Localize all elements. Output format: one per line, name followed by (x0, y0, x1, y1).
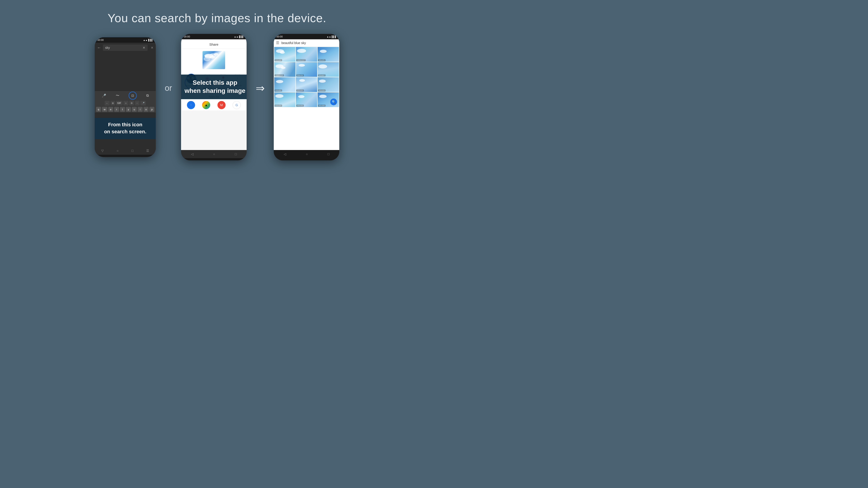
drive-icon[interactable]: ▲ (202, 101, 210, 109)
result-thumb-12[interactable]: 601x300 🔍 (318, 92, 339, 107)
share-preview-image (203, 51, 225, 69)
keyboard: ← ⊞ GIF ☺ ⚙ ··· 🎤 q w e r t y u (95, 100, 156, 112)
nav-square-icon[interactable]: □ (131, 149, 133, 153)
search-bar-area: ← sky ✕ ✕ (95, 43, 156, 53)
result-thumb-10[interactable]: 800x534 (274, 92, 296, 107)
result-thumb-1[interactable]: 612x408 (274, 47, 296, 62)
search-fab-button[interactable]: 🔍 (330, 98, 337, 105)
search-query-text: sky (105, 46, 110, 50)
search-empty-area (95, 53, 156, 91)
kb-key-p[interactable]: p (149, 107, 154, 112)
share-apps-list-row: ᛫ ▲ M G (182, 100, 246, 110)
kb-key-i[interactable]: i (138, 107, 143, 112)
keyboard-toolbar: 🎤 〜 ⊡ ⧉ (95, 91, 156, 100)
result-size-2: 2000x1217 (296, 59, 306, 61)
trending-icon[interactable]: 〜 (116, 93, 119, 98)
results-grid: 612x408 2000x1217 800x451 1500x1125 (274, 46, 339, 107)
mic-icon[interactable]: 🎤 (102, 94, 106, 98)
kb-key-q[interactable]: q (96, 107, 101, 112)
kb-key-e[interactable]: e (108, 107, 113, 112)
kb-row-qwerty: q w e r t y u i o p (95, 106, 156, 112)
nav3-home-icon[interactable]: ○ (306, 152, 308, 156)
kb-key-o[interactable]: o (144, 107, 149, 112)
result-size-3: 800x451 (318, 59, 326, 61)
phone1-status-bar: 00:00 ▲▲ ▌▌▌ (95, 37, 156, 43)
phone1-signal: ▲▲ ▌▌▌ (143, 39, 153, 41)
kb-emoji-icon[interactable]: ☺ (123, 101, 128, 105)
phone2-status-bar: 00:00 ▲▲ ▌▌▌ (181, 34, 247, 39)
nav2-back-icon[interactable]: ◁ (191, 152, 193, 156)
phone3-status-bar: 00:00 ▲▲ ▌▌▌ (274, 34, 339, 39)
nav-home-icon[interactable]: ○ (117, 149, 119, 153)
phone2-caption: Select this app when sharing image (181, 74, 247, 99)
google-icon[interactable]: G (232, 101, 241, 109)
nav2-square-icon[interactable]: □ (235, 152, 237, 156)
kb-mic2-icon[interactable]: 🎤 (141, 101, 146, 105)
caption-line2: on search screen. (104, 129, 146, 134)
close-search-icon[interactable]: ✕ (151, 46, 153, 50)
gmail-icon[interactable]: M (217, 101, 225, 109)
nav-down-icon[interactable]: ▽ (101, 149, 104, 153)
phone1-caption: From this icon on search screen. (95, 118, 156, 139)
phone2-time: 00:00 (184, 35, 190, 38)
copy-icon[interactable]: ⧉ (146, 94, 149, 98)
select-caption-line1: Select this app (193, 79, 237, 86)
nav3-square-icon[interactable]: □ (328, 152, 329, 156)
result-size-11: 450x300 (296, 105, 304, 107)
signal2-icon: ▌▌▌ (239, 35, 244, 38)
wifi3-icon: ▲▲ (327, 35, 331, 38)
phones-container: 00:00 ▲▲ ▌▌▌ ← sky ✕ ✕ 🎤 〜 (0, 34, 434, 160)
kb-key-t[interactable]: t (120, 107, 125, 112)
result-size-10: 800x534 (275, 105, 282, 107)
kb-key-w[interactable]: w (102, 107, 107, 112)
bt-list-icon[interactable]: ᛫ (187, 101, 195, 109)
kb-more-icon[interactable]: ··· (135, 101, 140, 105)
result-size-1: 612x408 (275, 59, 282, 61)
phone1-bottom (95, 155, 156, 157)
or-connector: or (165, 84, 172, 93)
wifi2-icon: ▲▲ (234, 35, 239, 38)
result-thumb-3[interactable]: 800x451 (318, 47, 339, 62)
search-input-box[interactable]: sky ✕ (103, 44, 148, 51)
phone3-signal: ▲▲ ▌▌▌ (327, 35, 337, 38)
kb-key-y[interactable]: y (126, 107, 131, 112)
result-thumb-11[interactable]: 450x300 (296, 92, 317, 107)
image-search-toolbar-icon[interactable]: ⊡ (129, 92, 137, 100)
result-thumb-8[interactable]: 322x200 (296, 77, 317, 92)
kb-tab-icon[interactable]: ⊞ (111, 101, 115, 105)
phone2-bottom (181, 158, 247, 160)
phone3-nav-bar: ◁ ○ □ (274, 150, 339, 158)
phone2-signal: ▲▲ ▌▌▌ (234, 35, 244, 38)
hamburger-menu-icon[interactable]: ☰ (276, 41, 279, 45)
result-size-6: 910x607 (318, 74, 326, 76)
result-thumb-7[interactable]: 600x600 (274, 77, 296, 92)
back-arrow-icon[interactable]: ← (97, 45, 101, 50)
search-query-result: beautiful blue sky (281, 41, 337, 45)
share-title: Share (182, 40, 246, 49)
phone-2: 00:00 ▲▲ ▌▌▌ Share (181, 34, 247, 160)
result-thumb-9[interactable]: 322x200 (318, 77, 339, 92)
page-title: You can search by images in the device. (107, 11, 327, 25)
kb-settings-icon[interactable]: ⚙ (129, 101, 134, 105)
kb-back-icon[interactable]: ← (105, 101, 110, 105)
result-thumb-5[interactable]: 508x339 (296, 62, 317, 77)
nav-menu-icon[interactable]: ☰ (146, 149, 149, 153)
result-thumb-6[interactable]: 910x607 (318, 62, 339, 77)
result-size-8: 322x200 (296, 90, 304, 92)
result-size-7: 600x600 (275, 90, 282, 92)
kb-key-u[interactable]: u (132, 107, 137, 112)
kb-key-r[interactable]: r (114, 107, 119, 112)
phone3-time: 00:00 (276, 35, 283, 38)
signal3-icon: ▌▌▌ (332, 35, 337, 38)
phone2-nav-bar: ◁ ○ □ (181, 150, 247, 158)
results-toolbar: ☰ beautiful blue sky (274, 39, 339, 46)
result-thumb-4[interactable]: 1500x1125 (274, 62, 296, 77)
result-size-9: 322x200 (318, 90, 326, 92)
phone3-bottom (274, 158, 339, 160)
clear-search-icon[interactable]: ✕ (143, 46, 145, 50)
phone-1: 00:00 ▲▲ ▌▌▌ ← sky ✕ ✕ 🎤 〜 (95, 37, 156, 157)
nav2-home-icon[interactable]: ○ (213, 152, 215, 156)
result-thumb-2[interactable]: 2000x1217 (296, 47, 317, 62)
nav3-back-icon[interactable]: ◁ (284, 152, 286, 156)
kb-gif-btn[interactable]: GIF (116, 101, 123, 105)
